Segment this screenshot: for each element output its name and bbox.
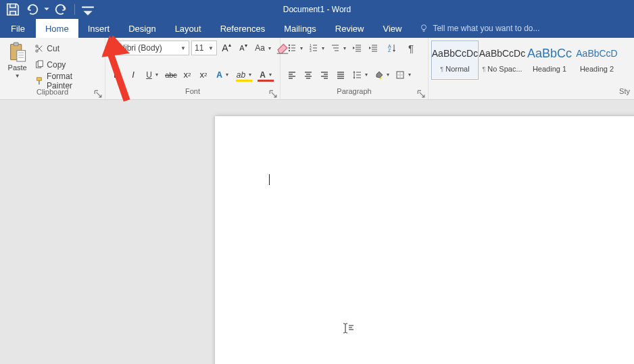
- tab-design[interactable]: Design: [119, 19, 165, 38]
- outdent-icon: [352, 43, 362, 53]
- multilevel-list-button[interactable]: ▾: [328, 41, 348, 55]
- copy-button[interactable]: Copy: [33, 58, 101, 72]
- font-name-value: Calibri (Body): [113, 43, 162, 53]
- chevron-down-icon: ▼: [15, 73, 20, 79]
- subscript-button[interactable]: x2: [180, 68, 195, 82]
- borders-button[interactable]: ▾: [393, 68, 413, 82]
- tab-mailings[interactable]: Mailings: [274, 19, 326, 38]
- group-font: Calibri (Body) ▼ 11 ▼ A▴ A▾ Aa▾ B I U▾ a…: [105, 38, 281, 99]
- svg-text:Z: Z: [388, 48, 391, 53]
- numbering-icon: 123: [309, 43, 318, 53]
- ribbon: Paste ▼ Cut Copy Format Painter Clipboar…: [0, 38, 634, 100]
- quick-access-toolbar: [0, 2, 95, 17]
- align-center-button[interactable]: [301, 68, 316, 82]
- text-effects-button[interactable]: A▾: [212, 68, 233, 82]
- lightbulb-icon: [419, 24, 429, 33]
- superscript-button[interactable]: x2: [196, 68, 211, 82]
- tab-file[interactable]: File: [0, 19, 36, 38]
- font-name-combo[interactable]: Calibri (Body) ▼: [109, 41, 189, 55]
- shading-button[interactable]: ▾: [371, 68, 391, 82]
- format-painter-button[interactable]: Format Painter: [33, 74, 101, 88]
- highlight-button[interactable]: ab▾: [234, 68, 254, 82]
- multilevel-icon: [331, 43, 340, 53]
- tab-view[interactable]: View: [373, 19, 411, 38]
- increase-indent-button[interactable]: [366, 41, 381, 55]
- change-case-button[interactable]: Aa▾: [253, 41, 273, 55]
- paintbrush-icon: [34, 76, 44, 86]
- tab-review[interactable]: Review: [326, 19, 374, 38]
- tab-references[interactable]: References: [211, 19, 274, 38]
- sort-icon: AZ: [387, 43, 397, 53]
- show-marks-button[interactable]: ¶: [404, 41, 418, 55]
- tab-home[interactable]: Home: [36, 19, 78, 38]
- style-heading-2[interactable]: AaBbCcDHeading 2: [573, 41, 620, 80]
- copy-label: Copy: [47, 60, 66, 70]
- align-left-button[interactable]: [285, 68, 299, 82]
- line-spacing-button[interactable]: ▾: [349, 68, 370, 82]
- svg-rect-2: [14, 43, 18, 46]
- font-launcher[interactable]: [269, 90, 277, 98]
- document-workspace[interactable]: [0, 100, 634, 364]
- svg-rect-8: [37, 78, 42, 80]
- justify-button[interactable]: [333, 68, 348, 82]
- underline-button[interactable]: U▾: [142, 68, 162, 82]
- cut-label: Cut: [47, 44, 59, 53]
- tab-insert[interactable]: Insert: [78, 19, 120, 38]
- chevron-down-icon: ▼: [180, 45, 186, 51]
- numbering-button[interactable]: 123▾: [306, 41, 326, 55]
- borders-icon: [395, 70, 405, 80]
- cut-button[interactable]: Cut: [33, 42, 101, 55]
- bucket-icon: [374, 70, 383, 80]
- undo-dropdown-icon[interactable]: [43, 2, 50, 17]
- indent-icon: [368, 43, 378, 53]
- mouse-ibeam-cursor: [342, 323, 354, 334]
- grow-font-button[interactable]: A▴: [219, 41, 234, 55]
- style-preview: AaBbCcDc: [432, 46, 478, 61]
- redo-icon[interactable]: [54, 2, 69, 17]
- bold-button[interactable]: B: [109, 68, 124, 82]
- font-color-button[interactable]: A▾: [255, 68, 276, 82]
- sort-button[interactable]: AZ: [382, 41, 402, 55]
- tell-me-search[interactable]: Tell me what you want to do...: [411, 19, 539, 38]
- font-size-value: 11: [195, 43, 203, 53]
- tell-me-placeholder: Tell me what you want to do...: [433, 24, 539, 33]
- svg-point-0: [422, 25, 426, 30]
- undo-icon[interactable]: [24, 2, 39, 17]
- decrease-indent-button[interactable]: [349, 41, 364, 55]
- bullets-button[interactable]: ▾: [285, 41, 305, 55]
- style-name: Heading 1: [533, 63, 566, 74]
- document-page[interactable]: [215, 116, 634, 364]
- style-name: Heading 2: [580, 63, 614, 74]
- qat-customize-icon[interactable]: [80, 2, 95, 17]
- group-styles: AaBbCcDc¶NormalAaBbCcDc¶No Spac...AaBbCc…: [429, 38, 634, 99]
- copy-icon: [34, 60, 44, 70]
- text-caret: [269, 174, 270, 185]
- svg-rect-7: [39, 61, 43, 67]
- font-size-combo[interactable]: 11 ▼: [191, 41, 217, 55]
- style-no-spac-[interactable]: AaBbCcDc¶No Spac...: [479, 41, 526, 80]
- style-normal[interactable]: AaBbCcDc¶Normal: [431, 41, 479, 80]
- align-right-icon: [320, 70, 329, 80]
- italic-button[interactable]: I: [126, 68, 141, 82]
- tab-layout[interactable]: Layout: [166, 19, 211, 38]
- style-heading-1[interactable]: AaBbCcHeading 1: [526, 41, 573, 80]
- svg-point-10: [288, 45, 289, 46]
- svg-point-12: [288, 50, 289, 51]
- style-preview: AaBbCcD: [576, 46, 617, 61]
- align-right-button[interactable]: [317, 68, 332, 82]
- paragraph-launcher[interactable]: [417, 90, 425, 98]
- paste-button[interactable]: Paste ▼: [4, 41, 30, 79]
- save-icon[interactable]: [5, 2, 20, 17]
- style-name: ¶Normal: [440, 63, 469, 74]
- clipboard-launcher[interactable]: [94, 90, 102, 98]
- svg-point-11: [288, 47, 289, 49]
- paste-label: Paste: [8, 63, 27, 72]
- svg-text:3: 3: [310, 49, 312, 53]
- strikethrough-button[interactable]: abc: [164, 68, 178, 82]
- window-title: Document1 - Word: [283, 5, 351, 14]
- font-group-label: Font: [105, 87, 280, 99]
- clipboard-paste-icon: [8, 42, 27, 62]
- shrink-font-button[interactable]: A▾: [236, 41, 251, 55]
- style-preview: AaBbCcDc: [479, 46, 525, 61]
- chevron-down-icon: ▼: [208, 45, 214, 51]
